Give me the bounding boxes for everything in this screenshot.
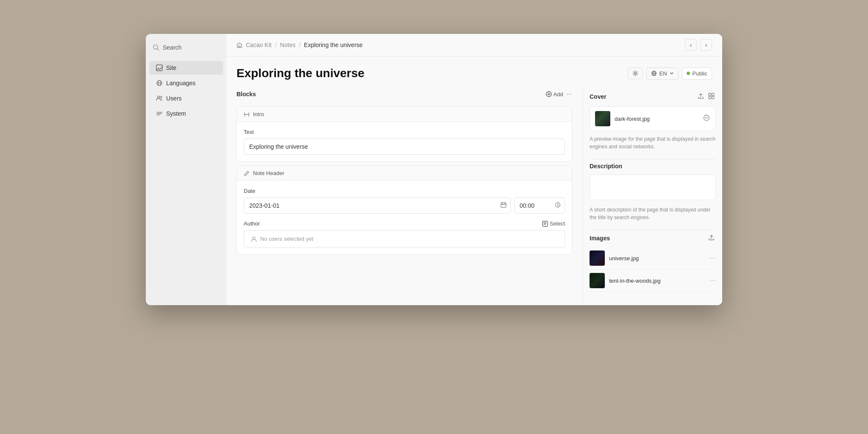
date-row [244,198,565,214]
search-label: Search [163,44,181,51]
chevron-down-icon [670,71,674,75]
sidebar-item-site[interactable]: Site [149,61,223,75]
svg-point-32 [253,237,255,239]
cover-upload-button[interactable] [697,92,705,101]
sidebar: Search Site Languages Users [146,34,226,305]
public-label: Public [693,70,707,77]
content-area: Blocks Add ··· [226,85,722,305]
description-section: Description A short description of the p… [590,163,715,221]
page-actions: EN Public [628,67,712,80]
note-header-block-body: Date [237,181,572,254]
add-block-button[interactable]: Add [546,91,563,97]
description-section-header: Description [590,163,715,170]
image-thumbnail-1 [590,250,605,266]
sidebar-item-system[interactable]: System [149,107,223,120]
cover-description: A preview image for the page that is dis… [590,135,715,150]
text-field-input[interactable] [244,139,565,155]
calendar-icon [501,202,506,209]
translate-icon [651,70,657,76]
cover-thumbnail-image [595,111,610,126]
svg-point-6 [158,96,160,98]
settings-button[interactable] [628,67,643,79]
blocks-actions: Add ··· [546,90,572,98]
cover-filename: dark-forest.jpg [615,116,650,122]
breadcrumb: Cacao Kit / Notes / Exploring the univer… [236,42,363,48]
sidebar-item-languages-label: Languages [166,80,195,86]
images-header: Images [590,234,715,243]
images-section: Images universe.jpg ··· [590,234,715,292]
svg-rect-11 [239,46,240,47]
sidebar-item-languages[interactable]: Languages [149,76,223,90]
svg-line-28 [558,205,559,206]
date-input[interactable] [244,198,511,214]
cover-action-buttons [697,92,715,101]
blocks-more-button[interactable]: ··· [567,90,572,98]
intro-block-body: Text [237,122,572,161]
description-help-text: A short description of the page that is … [590,206,715,221]
users-icon [156,95,163,102]
system-icon [156,110,163,117]
main-content: Cacao Kit / Notes / Exploring the univer… [226,34,722,305]
image-item-1: universe.jpg ··· [590,247,715,270]
right-sidebar: Cover [582,85,722,305]
clock-icon [555,202,561,209]
cover-thumbnail [595,111,610,126]
nav-forward-button[interactable]: › [700,39,712,51]
cover-section-header: Cover [590,92,715,101]
intro-block: Intro Text [236,106,572,162]
sidebar-item-users-label: Users [166,95,182,102]
svg-point-12 [634,72,636,74]
add-block-label: Add [554,91,563,97]
image-more-button-2[interactable]: ··· [710,277,715,284]
note-header-block: Note Header Date [236,165,572,255]
language-button[interactable]: EN [646,67,679,80]
image-filename-1: universe.jpg [609,255,639,262]
breadcrumb-sep2: / [299,42,300,48]
public-status-dot [687,72,690,75]
description-textarea[interactable] [590,175,715,200]
author-field-label: Author [244,220,260,227]
search-icon [153,44,159,51]
sidebar-item-system-label: System [166,110,186,117]
breadcrumb-sep1: / [275,42,277,48]
heading-icon [244,111,250,117]
sidebar-item-users[interactable]: Users [149,92,223,105]
blocks-section: Blocks Add ··· [226,85,582,305]
intro-block-label: Intro [253,111,264,117]
public-button[interactable]: Public [682,67,712,80]
header-nav: ‹ › [685,39,712,51]
cover-title: Cover [590,93,606,100]
user-icon [251,236,257,242]
no-users-box: No users selected yet [244,230,565,248]
author-select-label: Select [550,220,565,227]
app-window: Search Site Languages Users [146,34,722,305]
divider-1 [590,159,715,159]
page-title-area: Exploring the universe EN [226,56,722,85]
note-header-block-header: Note Header [237,166,572,181]
note-header-block-label: Note Header [253,170,284,176]
pencil-icon [244,170,250,176]
author-select-button[interactable]: Select [542,220,565,227]
search-button[interactable]: Search [146,41,226,54]
images-upload-button[interactable] [707,234,715,243]
description-title: Description [590,163,622,170]
svg-point-7 [160,96,162,98]
divider-2 [590,230,715,230]
breadcrumb-home[interactable]: Cacao Kit [246,42,272,48]
site-icon [156,64,163,71]
breadcrumb-section[interactable]: Notes [280,42,296,48]
image-left-1: universe.jpg [590,250,639,266]
date-field-label: Date [244,188,565,194]
images-title: Images [590,235,610,242]
cover-section: Cover [590,92,715,150]
svg-rect-35 [709,97,711,99]
breadcrumb-current: Exploring the universe [304,42,363,48]
svg-rect-33 [709,93,711,96]
cover-grid-button[interactable] [707,92,715,101]
cover-remove-button[interactable] [703,114,710,123]
date-input-wrap [244,198,511,214]
svg-line-1 [157,49,159,50]
nav-back-button[interactable]: ‹ [685,39,697,51]
cover-left: dark-forest.jpg [595,111,650,126]
image-more-button-1[interactable]: ··· [710,254,715,262]
